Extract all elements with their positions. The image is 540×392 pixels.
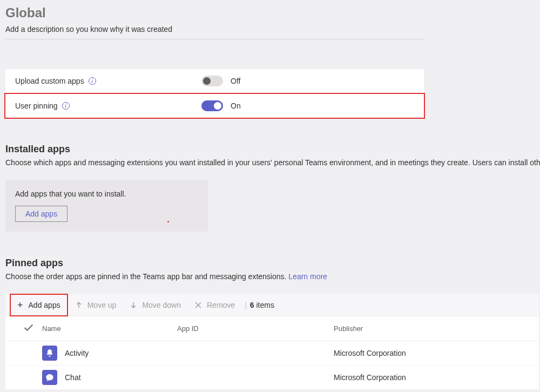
row-publisher: Microsoft Corporation [334,349,529,357]
add-apps-button[interactable]: Add apps [15,206,68,222]
install-card-text: Add apps that you want to install. [15,190,198,198]
info-icon[interactable]: i [62,102,70,110]
toggle-state: On [231,102,241,110]
setting-label: User pinning [15,102,58,110]
row-name: Chat [65,373,81,382]
setting-label: Upload custom apps [15,77,84,85]
col-header-publisher[interactable]: Publisher [334,325,529,333]
setting-user-pinning: User pinning i On [5,94,424,118]
plus-icon: + [17,300,23,310]
toolbar-remove[interactable]: Remove [187,301,241,309]
check-icon[interactable] [23,322,35,335]
toolbar-move-up[interactable]: Move up [68,301,123,309]
settings-panel: Upload custom apps i Off User pinning i … [5,69,424,119]
pinned-apps-table: + Add apps Move up Move down Remove [5,294,539,390]
arrow-down-icon [129,301,138,309]
install-card: Add apps that you want to install. Add a… [5,180,208,232]
installed-apps-title: Installed apps [5,144,535,155]
chat-icon [42,370,57,385]
col-header-appid[interactable]: App ID [177,325,334,333]
toggle-user-pinning[interactable] [201,100,223,111]
pinned-apps-desc: Choose the order apps are pinned in the … [5,272,535,281]
page-title: Global [5,5,535,21]
x-icon [194,301,202,309]
row-publisher: Microsoft Corporation [334,373,529,382]
toolbar-add-apps[interactable]: Add apps [29,301,60,309]
row-name: Activity [65,349,89,357]
toolbar-separator: | [245,301,247,309]
col-header-name[interactable]: Name [42,325,177,333]
bell-icon [42,346,57,361]
pinned-desc-text: Choose the order apps are pinned in the … [5,272,288,281]
pinned-toolbar: + Add apps Move up Move down Remove [5,294,539,316]
installed-apps-desc: Choose which apps and messaging extensio… [5,158,535,167]
page-description: Add a description so you know why it was… [5,25,424,39]
table-row[interactable]: Chat Microsoft Corporation [5,366,539,390]
toggle-state: Off [231,77,240,85]
toolbar-item-count: 6 items [250,301,274,309]
highlight-add-apps: + Add apps [10,294,68,316]
toggle-upload-custom-apps[interactable] [201,76,223,86]
highlight-user-pinning: User pinning i On [4,93,425,119]
info-icon[interactable]: i [89,77,96,85]
setting-upload-custom-apps: Upload custom apps i Off [5,69,424,93]
table-header: Name App ID Publisher [5,316,539,341]
table-row[interactable]: Activity Microsoft Corporation [5,341,539,366]
pinned-apps-title: Pinned apps [5,258,535,269]
arrow-up-icon [75,301,83,309]
red-dot [167,221,169,222]
toolbar-move-down[interactable]: Move down [123,301,187,309]
learn-more-link[interactable]: Learn more [288,272,327,281]
